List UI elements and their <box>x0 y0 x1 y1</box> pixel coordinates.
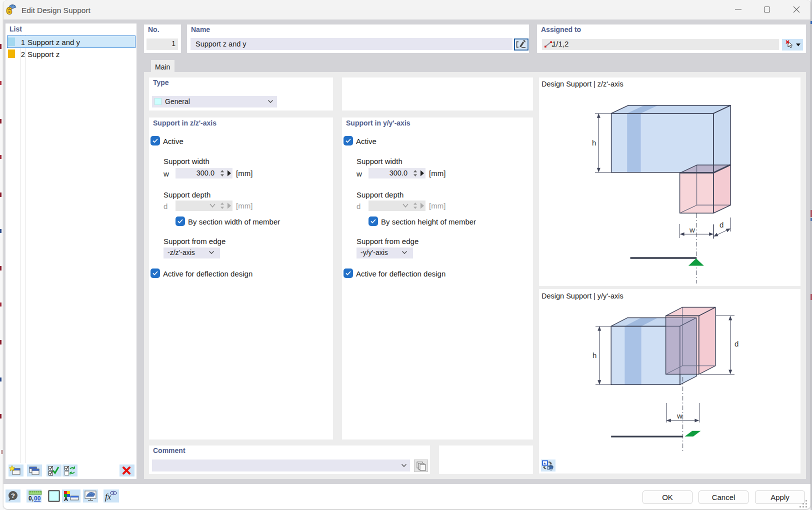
svg-text:6: 6 <box>6 6 12 16</box>
svg-text:A: A <box>64 496 68 502</box>
svg-text:00: 00 <box>34 495 41 502</box>
svg-text:w: w <box>676 412 682 420</box>
svg-text:h: h <box>592 351 596 360</box>
svg-text:0,: 0, <box>28 495 34 502</box>
svg-text:d: d <box>734 340 738 348</box>
svg-text:d: d <box>720 220 724 229</box>
svg-text:?: ? <box>11 492 15 500</box>
svg-text:w: w <box>689 226 695 234</box>
svg-text:h: h <box>592 138 596 147</box>
svg-text:z: z <box>552 44 554 48</box>
